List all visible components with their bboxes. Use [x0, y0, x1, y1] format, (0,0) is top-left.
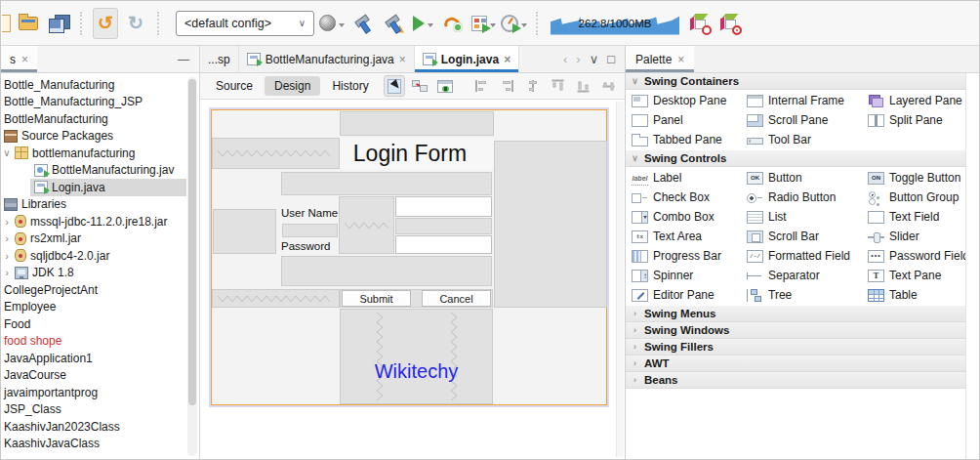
close-icon[interactable]: × [21, 54, 28, 65]
tab-truncated-jsp[interactable]: ...sp [200, 46, 239, 72]
username-label[interactable]: User Name [281, 207, 338, 219]
selection-mode-icon[interactable] [384, 75, 405, 97]
palette-section-swing-containers[interactable]: ∨ Swing Containers [626, 73, 979, 90]
view-source-button[interactable]: Source [206, 76, 263, 96]
close-icon[interactable]: × [504, 54, 510, 65]
tree-item-bottlemanufacturing-package[interactable]: ∨bottlemanufacturing [1, 145, 199, 162]
tree-item-jsp-class[interactable]: JSP_Class [1, 401, 199, 419]
palette-item-radio-button[interactable]: Radio Button [745, 188, 866, 207]
palette-item-table[interactable]: Table [866, 285, 969, 305]
profiler-stop-icon[interactable] [716, 8, 742, 39]
filler-panel[interactable] [282, 224, 338, 237]
watermark-panel[interactable]: Wikitechy [340, 309, 493, 404]
palette-scrollbar[interactable] [965, 73, 979, 459]
tree-item-food-shope[interactable]: food shope [1, 333, 199, 351]
horizontal-spring[interactable] [339, 196, 394, 254]
tree-item-source-packages[interactable]: Source Packages [1, 128, 199, 146]
tree-item-libraries[interactable]: Libraries [1, 196, 199, 214]
tree-item-employee[interactable]: Employee [1, 299, 199, 316]
palette-section-beans[interactable]: ›Beans [626, 372, 979, 389]
form-title-label[interactable]: Login Form [340, 138, 494, 169]
clean-build-project-icon[interactable] [380, 8, 405, 39]
expander-expanded-icon[interactable]: ∨ [3, 147, 11, 158]
build-project-icon[interactable] [349, 8, 375, 39]
close-icon[interactable]: × [677, 54, 684, 65]
tree-item-bottle-manufacturing-jsp[interactable]: Bottle_Manufacturing_JSP [1, 94, 199, 111]
tree-item-login-java[interactable]: Login.java [30, 179, 186, 196]
palette-item-tree[interactable]: Tree [745, 285, 866, 305]
palette-item-internal-frame[interactable]: Internal Frame [745, 91, 866, 110]
center-vertically-icon[interactable] [598, 75, 620, 97]
tree-item-bottle-manufacturing[interactable]: Bottle_Manufacturing [1, 76, 199, 94]
palette-item-formatted-field[interactable]: Formatted Field [745, 246, 866, 266]
palette-item-split-pane[interactable]: Split Pane [866, 110, 969, 130]
palette-item-text-area[interactable]: Text Area [630, 227, 745, 246]
open-project-icon[interactable] [16, 8, 41, 39]
projects-scrollbar[interactable] [187, 77, 197, 456]
align-top-icon[interactable] [548, 75, 569, 97]
palette-item-scroll-pane[interactable]: Scroll Pane [745, 110, 866, 130]
redo-button[interactable]: ↻ [123, 8, 148, 39]
memory-indicator[interactable]: 262.8/1000MB [551, 12, 679, 35]
password-field[interactable] [395, 235, 492, 254]
tab-login-java[interactable]: Login.java × [415, 46, 519, 72]
tree-item-food[interactable]: Food [1, 315, 199, 333]
tree-item-bottlemanufacturing-java[interactable]: BottleManufacturing.jav [1, 162, 199, 180]
tree-item-kaashivjavaclass[interactable]: KaashivJavaClass [1, 436, 199, 453]
profile-project-icon[interactable] [501, 8, 527, 39]
expander-collapsed-icon[interactable]: › [3, 267, 11, 278]
palette-section-swing-windows[interactable]: ›Swing Windows [626, 322, 979, 339]
palette-item-text-field[interactable]: Text Field [866, 207, 969, 227]
palette-section-swing-fillers[interactable]: ›Swing Fillers [626, 339, 979, 355]
tree-item-kaashivjan2023class[interactable]: KaashivJan2023Class [1, 418, 199, 436]
config-select[interactable]: <default config> ∨ [176, 11, 314, 36]
filler-panel[interactable] [340, 111, 494, 136]
save-all-icon[interactable] [46, 8, 71, 39]
profiler-snapshot-icon[interactable] [686, 8, 712, 39]
palette-item-label[interactable]: Label [630, 168, 745, 188]
connection-mode-icon[interactable] [409, 75, 430, 97]
palette-item-editor-pane[interactable]: Editor Pane [630, 285, 745, 305]
palette-item-toggle-button[interactable]: Toggle Button [866, 168, 969, 188]
scroll-tabs-left-icon[interactable]: ‹ [563, 52, 567, 66]
maximize-icon[interactable]: □ [607, 52, 615, 66]
tab-list-icon[interactable]: ∨ [590, 52, 599, 66]
minimize-icon[interactable]: — [178, 53, 189, 66]
design-canvas[interactable]: Login Form User Name Password Submit Ca [200, 100, 625, 459]
palette-item-password-field[interactable]: Password Field [866, 246, 969, 266]
tab-palette[interactable]: Palette × [626, 46, 694, 72]
cancel-button[interactable]: Cancel [422, 290, 491, 307]
close-icon[interactable]: × [399, 54, 406, 65]
palette-item-button-group[interactable]: Button Group [866, 188, 969, 207]
canvas-scrollbar[interactable] [616, 102, 624, 457]
palette-item-text-pane[interactable]: Text Pane [866, 266, 969, 285]
tab-bottlemanufacturing-java[interactable]: BottleManufacturing.java × [239, 46, 415, 72]
palette-item-tool-bar[interactable]: Tool Bar [745, 130, 866, 149]
palette-item-progress-bar[interactable]: Progress Bar [630, 246, 745, 266]
palette-item-scroll-bar[interactable]: Scroll Bar [745, 227, 866, 246]
tree-item-javaimportantprog[interactable]: javaimportantprog [1, 384, 199, 401]
align-bottom-icon[interactable] [573, 75, 594, 97]
tree-item-javacourse[interactable]: JavaCourse [1, 367, 199, 385]
palette-section-swing-menus[interactable]: ›Swing Menus [626, 306, 979, 322]
scroll-tabs-right-icon[interactable]: › [576, 52, 580, 66]
center-horizontally-icon[interactable] [522, 75, 544, 97]
tab-projects[interactable]: s × [1, 46, 37, 72]
tree-item-jdk[interactable]: ›JDK 1.8 [1, 265, 199, 282]
tree-item-javaapplication1[interactable]: JavaApplication1 [1, 350, 199, 367]
palette-section-awt[interactable]: ›AWT [626, 355, 979, 372]
view-history-button[interactable]: History [322, 76, 378, 96]
undo-button[interactable]: ↺ [93, 8, 118, 39]
filler-panel[interactable] [213, 209, 276, 254]
tree-item-sqljdbc4-jar[interactable]: ›sqljdbc4-2.0.jar [1, 247, 199, 265]
palette-item-panel[interactable]: Panel [630, 110, 745, 130]
palette-item-spinner[interactable]: Spinner [630, 266, 745, 285]
tree-item-mssql-jdbc-jar[interactable]: ›mssql-jdbc-11.2.0.jre18.jar [1, 213, 199, 230]
palette-item-desktop-pane[interactable]: Desktop Pane [630, 91, 745, 110]
palette-item-button[interactable]: Button [745, 168, 866, 188]
apply-code-changes-icon[interactable] [440, 8, 466, 39]
expander-collapsed-icon[interactable]: › [3, 216, 11, 228]
palette-item-slider[interactable]: Slider [866, 227, 969, 246]
expander-collapsed-icon[interactable]: › [3, 250, 11, 262]
login-form-design[interactable]: Login Form User Name Password Submit Ca [211, 109, 607, 405]
